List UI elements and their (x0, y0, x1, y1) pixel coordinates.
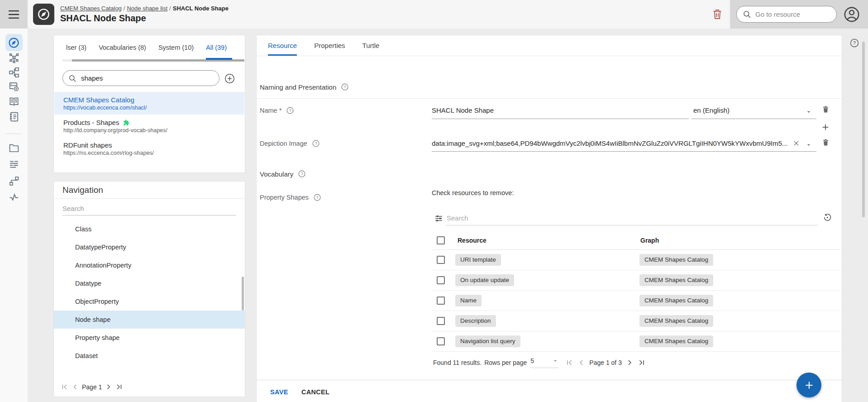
editor-tab[interactable]: Turtle (362, 42, 380, 49)
page-help-icon[interactable]: ? (849, 38, 859, 48)
page-scrollbar-thumb[interactable] (862, 42, 865, 217)
help-icon[interactable]: ? (312, 139, 320, 148)
row-checkbox[interactable] (437, 297, 445, 305)
help-icon[interactable]: ? (341, 83, 349, 91)
graph-chip[interactable]: CMEM Shapes Catalog (639, 274, 713, 286)
select-all-checkbox[interactable] (437, 236, 445, 244)
add-value-plus-icon[interactable] (821, 123, 830, 132)
table-row[interactable]: On update update CMEM Shapes Catalog (432, 270, 841, 291)
table-row[interactable]: Description CMEM Shapes Catalog (432, 311, 841, 331)
restore-history-icon[interactable] (823, 213, 832, 222)
row-checkbox[interactable] (437, 317, 445, 325)
filter-icon[interactable] (434, 214, 444, 223)
catalog-list-item[interactable]: RDFunit shapes https://ns.eccenca.com/rl… (54, 137, 244, 160)
catalog-list-item[interactable]: CMEM Shapes Catalog https://vocab.eccenc… (54, 92, 244, 115)
save-button[interactable]: SAVE (267, 385, 291, 399)
catalog-item-url: https://vocab.eccenca.com/shacl/ (63, 105, 235, 111)
navigation-search-input[interactable]: Search (62, 205, 236, 215)
go-to-resource-search[interactable]: Go to resource (736, 6, 837, 23)
table-search-input[interactable]: Search (447, 214, 468, 222)
breadcrumb-link-catalog[interactable]: CMEM Shapes Catalog (60, 5, 122, 12)
navigation-list-item[interactable]: Node shape (54, 311, 245, 329)
navigation-list-item[interactable]: Property shape (54, 329, 245, 347)
resource-chip[interactable]: Name (455, 295, 482, 306)
navigation-list-item[interactable]: Dataset (54, 347, 245, 365)
resource-chip[interactable]: On update update (455, 274, 514, 286)
remove-depiction-trash-icon[interactable] (821, 138, 830, 147)
catalog-tab[interactable]: Vocabularies (8) (99, 44, 146, 51)
next-page-icon[interactable] (104, 383, 113, 391)
rows-per-page-select[interactable]: 5 (530, 357, 558, 368)
clear-value-icon[interactable] (792, 139, 800, 147)
svg-text:?: ? (289, 108, 291, 113)
help-icon[interactable]: ? (313, 193, 321, 201)
catalog-tab[interactable]: System (10) (158, 44, 194, 51)
navigation-list-item[interactable]: Datatype (54, 274, 245, 292)
navigation-list-item[interactable]: DatatypeProperty (54, 238, 245, 256)
cancel-button[interactable]: CANCEL (299, 385, 332, 399)
hamburger-menu-icon[interactable] (8, 10, 19, 19)
last-page-icon[interactable] (637, 358, 646, 367)
language-select-underline (692, 119, 816, 119)
chevron-down-icon[interactable] (805, 141, 812, 148)
depiction-image-input[interactable]: data:image_svg+xml;base64,PD94bWwgdmVyc2… (432, 139, 791, 147)
chevron-down-icon[interactable] (805, 108, 812, 115)
rail-item-notebook[interactable] (8, 111, 20, 123)
previous-page-icon[interactable] (71, 383, 80, 391)
next-page-icon[interactable] (625, 358, 634, 367)
first-page-icon[interactable] (565, 358, 574, 367)
editor-tab[interactable]: Resource (268, 42, 297, 49)
column-header-graph[interactable]: Graph (640, 237, 659, 244)
user-avatar-icon[interactable] (843, 6, 860, 23)
rail-item-datasets[interactable] (8, 158, 20, 170)
table-row[interactable]: Name CMEM Shapes Catalog (432, 291, 841, 311)
delete-resource-button[interactable] (712, 9, 723, 20)
resource-chip[interactable]: Description (455, 315, 496, 327)
navigation-list-item[interactable]: AnnotationProperty (54, 256, 245, 274)
rail-item-vocabularies[interactable] (8, 96, 20, 107)
rail-item-projects[interactable] (8, 142, 20, 154)
add-resource-fab[interactable] (796, 373, 821, 397)
rail-item-hierarchy[interactable] (8, 67, 20, 78)
previous-page-icon[interactable] (577, 358, 586, 367)
graph-chip[interactable]: CMEM Shapes Catalog (639, 295, 713, 306)
rail-item-workflows[interactable] (8, 175, 20, 187)
page-indicator: Page 1 of 3 (589, 359, 622, 366)
name-field-input[interactable]: SHACL Node Shape (432, 106, 494, 114)
editor-tab[interactable]: Properties (314, 42, 345, 49)
navigation-list-item[interactable]: ObjectProperty (54, 292, 245, 311)
catalog-tab[interactable]: All (39) (206, 44, 227, 51)
active-editor-tab-indicator (268, 54, 297, 56)
list-lines-icon (8, 158, 20, 170)
row-checkbox[interactable] (437, 337, 445, 345)
resource-chip[interactable]: URI template (455, 254, 501, 266)
row-checkbox[interactable] (437, 276, 445, 284)
breadcrumb-link-node-shape-list[interactable]: Node shape list (127, 5, 167, 12)
row-checkbox[interactable] (437, 256, 445, 264)
catalog-list-item[interactable]: Products - Shapes http://ld.company.org/… (54, 115, 244, 137)
catalog-search-input[interactable]: shapes (62, 70, 219, 86)
help-icon[interactable]: ? (298, 170, 306, 178)
language-select[interactable]: en (English) (693, 106, 730, 114)
top-bar: CMEM Shapes Catalog/Node shape list/SHAC… (0, 0, 868, 29)
remove-name-trash-icon[interactable] (821, 105, 830, 114)
column-header-resource[interactable]: Resource (458, 237, 486, 244)
rail-item-queries[interactable] (8, 81, 20, 93)
help-icon[interactable]: ? (286, 106, 294, 115)
catalog-tab[interactable]: lser (3) (66, 44, 86, 51)
rail-item-activities[interactable] (8, 191, 20, 203)
table-row[interactable]: URI template CMEM Shapes Catalog (432, 250, 841, 270)
graph-chip[interactable]: CMEM Shapes Catalog (639, 254, 713, 266)
first-page-icon[interactable] (60, 383, 69, 391)
resource-chip[interactable]: Navigation list query (455, 335, 520, 347)
add-catalog-button[interactable] (224, 73, 235, 84)
app-logo[interactable] (33, 4, 54, 25)
navigation-scrollbar-thumb[interactable] (242, 277, 244, 311)
last-page-icon[interactable] (115, 383, 124, 391)
rail-item-explore[interactable] (5, 34, 23, 51)
graph-chip[interactable]: CMEM Shapes Catalog (639, 315, 713, 327)
navigation-list-item[interactable]: Class (54, 220, 245, 238)
rail-item-graphs[interactable] (8, 52, 20, 64)
table-row[interactable]: Navigation list query CMEM Shapes Catalo… (432, 331, 841, 352)
graph-chip[interactable]: CMEM Shapes Catalog (639, 335, 713, 347)
